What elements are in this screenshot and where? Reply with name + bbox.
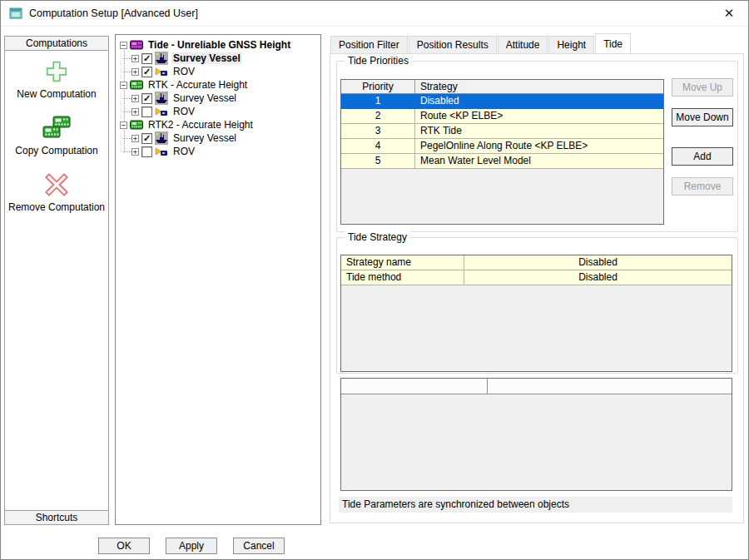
tree-node-label: Tide - Unreliable GNSS Height	[146, 39, 292, 51]
strategy-cell[interactable]: PegelOnline Along Route <KP ELBE>	[415, 139, 663, 153]
cancel-button[interactable]: Cancel	[233, 538, 285, 554]
move-down-button[interactable]: Move Down	[672, 108, 733, 126]
tree-connector-stub	[123, 72, 131, 72]
table-row[interactable]: 3 RTK Tide	[341, 124, 663, 139]
tree-connector-stub	[123, 112, 131, 112]
table-row[interactable]: Strategy name Disabled	[341, 255, 732, 270]
tree-node-tide-computation[interactable]: − Tide - Unreliable GNSS Height	[117, 38, 320, 52]
computation-setup-dialog: Computation Setup [Advanced User] ✕ Comp…	[0, 0, 749, 560]
sidebar-actions: New Computation	[5, 57, 108, 226]
table-header-row: Priority Strategy	[341, 80, 663, 94]
column-header-priority[interactable]: Priority	[341, 80, 415, 93]
apply-button[interactable]: Apply	[166, 538, 217, 554]
computations-sidebar: Computations New Computation	[4, 36, 109, 525]
checkbox-checked[interactable]: ✓	[141, 93, 152, 104]
checkbox-checked[interactable]: ✓	[141, 53, 152, 64]
survey-vessel-icon	[155, 92, 168, 105]
tab-tide[interactable]: Tide	[595, 33, 631, 53]
priority-cell[interactable]: 1	[341, 94, 415, 108]
priority-cell[interactable]: 5	[341, 154, 415, 168]
checkbox-checked[interactable]: ✓	[141, 67, 152, 77]
tab-attitude[interactable]: Attitude	[498, 36, 548, 53]
add-button[interactable]: Add	[672, 147, 733, 166]
expand-toggle[interactable]: +	[131, 55, 139, 62]
remove-button[interactable]: Remove	[672, 177, 733, 196]
priority-cell[interactable]: 2	[341, 109, 415, 123]
calculator-green-icon	[130, 78, 143, 92]
rov-icon	[155, 105, 168, 118]
expand-toggle[interactable]: +	[131, 108, 139, 116]
copy-computation-button[interactable]: Copy Computation	[5, 113, 108, 156]
remove-computation-button[interactable]: Remove Computation	[5, 170, 108, 213]
calculator-green-icon	[130, 118, 143, 131]
sync-status-text: Tide Parameters are synchronized between…	[339, 497, 732, 513]
expand-toggle[interactable]: +	[131, 95, 139, 102]
priority-cell[interactable]: 3	[341, 124, 415, 138]
new-computation-label: New Computation	[5, 88, 108, 100]
strategy-name-value[interactable]: Disabled	[464, 255, 732, 270]
table-row[interactable]: 5 Mean Water Level Model	[341, 154, 663, 169]
survey-vessel-icon	[155, 52, 168, 65]
tree-node-rov[interactable]: + ROV	[117, 105, 320, 118]
rov-icon	[155, 65, 168, 78]
table-row[interactable]: 4 PegelOnline Along Route <KP ELBE>	[341, 139, 663, 154]
expand-toggle[interactable]: +	[131, 148, 139, 156]
checkbox-unchecked[interactable]	[141, 146, 152, 157]
computations-header-button[interactable]: Computations	[4, 36, 109, 51]
tree-node-survey-vessel[interactable]: + ✓ Survey Vessel	[117, 131, 320, 145]
table-row-selected[interactable]: 1 Disabled	[341, 94, 663, 109]
table-row[interactable]: 2 Route <KP ELBE>	[341, 109, 663, 124]
tree-node-rtk-computation[interactable]: − RTK - Accurate Height	[117, 78, 320, 92]
strategy-name-label: Strategy name	[341, 255, 464, 270]
new-computation-button[interactable]: New Computation	[5, 57, 108, 100]
column-header-strategy[interactable]: Strategy	[415, 80, 663, 93]
tide-priorities-group-label: Tide Priorities	[345, 55, 412, 67]
move-up-button[interactable]: Move Up	[672, 78, 733, 97]
tide-parameters-table[interactable]	[340, 378, 732, 491]
tide-tab-page: Tide Priorities Priority Strategy 1 Disa…	[330, 53, 744, 523]
tree-node-label: ROV	[171, 66, 196, 77]
close-button[interactable]: ✕	[710, 1, 748, 26]
tree-connector-stub	[123, 58, 131, 59]
checkbox-unchecked[interactable]	[141, 107, 152, 117]
shortcuts-header-button[interactable]: Shortcuts	[4, 510, 109, 525]
tab-position-filter[interactable]: Position Filter	[330, 36, 408, 53]
table-header-row	[341, 379, 732, 394]
tab-height[interactable]: Height	[548, 36, 594, 53]
strategy-cell[interactable]: RTK Tide	[415, 124, 663, 138]
tide-strategy-table[interactable]: Strategy name Disabled Tide method Disab…	[340, 255, 732, 372]
expand-toggle[interactable]: +	[131, 135, 139, 142]
table-row[interactable]: Tide method Disabled	[341, 270, 732, 285]
tide-priorities-group: Tide Priorities Priority Strategy 1 Disa…	[336, 61, 738, 232]
tab-position-results[interactable]: Position Results	[409, 36, 497, 53]
window-title: Computation Setup [Advanced User]	[29, 7, 198, 19]
survey-vessel-icon	[155, 131, 168, 145]
expand-toggle[interactable]: +	[131, 68, 139, 76]
tree-node-survey-vessel[interactable]: + ✓ Survey Vessel	[117, 92, 320, 105]
tree-connector-stub	[123, 138, 131, 139]
remove-computation-label: Remove Computation	[5, 201, 108, 213]
tide-strategy-group-label: Tide Strategy	[345, 231, 410, 243]
app-window-icon	[9, 7, 22, 20]
copy-computation-label: Copy Computation	[5, 145, 108, 156]
collapse-toggle[interactable]: −	[120, 42, 127, 49]
new-computation-icon	[5, 57, 108, 87]
tree-node-rtk2-computation[interactable]: − RTK2 - Accurate Height	[117, 118, 320, 131]
tree-node-rov[interactable]: + ROV	[117, 145, 320, 158]
tree-node-rov[interactable]: + ✓ ROV	[117, 65, 320, 78]
strategy-cell[interactable]: Disabled	[415, 94, 663, 108]
ok-button[interactable]: OK	[98, 538, 150, 554]
tree-connector-stub	[123, 98, 131, 99]
tide-priorities-table[interactable]: Priority Strategy 1 Disabled 2 Route <KP…	[340, 79, 664, 225]
strategy-cell[interactable]: Route <KP ELBE>	[415, 109, 663, 123]
collapse-toggle[interactable]: −	[120, 82, 127, 89]
strategy-cell[interactable]: Mean Water Level Model	[415, 154, 663, 168]
priority-cell[interactable]: 4	[341, 139, 415, 153]
checkbox-checked[interactable]: ✓	[141, 133, 152, 144]
settings-tab-strip: Position Filter Position Results Attitud…	[330, 34, 632, 53]
empty-column-header	[341, 379, 488, 394]
collapse-toggle[interactable]: −	[120, 121, 127, 129]
title-bar: Computation Setup [Advanced User] ✕	[1, 1, 748, 27]
tide-method-value[interactable]: Disabled	[464, 270, 732, 285]
tree-node-survey-vessel[interactable]: + ✓ Survey Vessel	[117, 52, 320, 65]
